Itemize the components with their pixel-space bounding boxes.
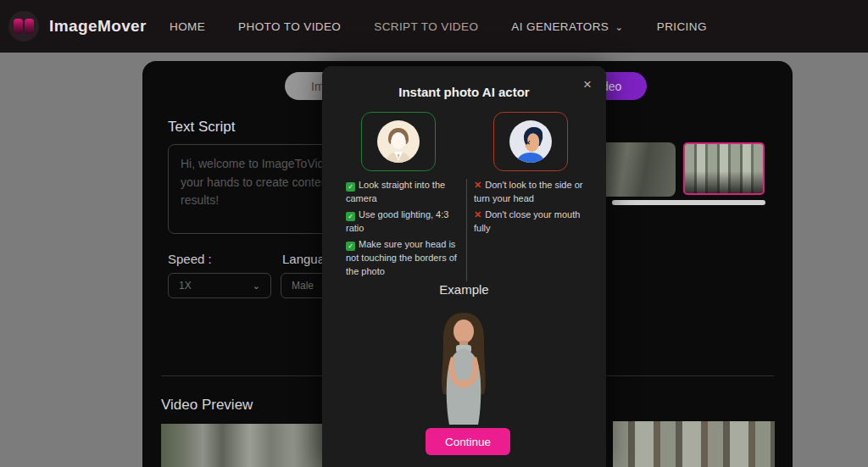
nav-item-script-to-video[interactable]: SCRIPT TO VIDEO [374,20,478,33]
brand-title[interactable]: ImageMover [49,17,147,36]
chevron-down-icon: ⌄ [253,281,260,292]
list-item: ✓Make sure your head is not touching the… [346,238,461,279]
check-icon: ✓ [346,242,355,251]
navbar: ImageMover HOME PHOTO TO VIDEO SCRIPT TO… [0,0,868,53]
dont-text: Don't close your mouth fully [474,209,580,233]
bad-avatar-icon [509,120,552,163]
actor-thumbnail-selected[interactable] [683,142,765,195]
donts-list: ✕Don't look to the side or turn your hea… [474,179,585,281]
vertical-divider [466,179,467,281]
speed-dropdown[interactable]: 1X ⌄ [168,273,271,298]
language-value: Male [292,280,314,292]
nav-item-home[interactable]: HOME [170,20,205,33]
screen: ImageMover HOME PHOTO TO VIDEO SCRIPT TO… [0,0,868,467]
do-text: Make sure your head is not touching the … [346,239,457,276]
text-script-label: Text Script [168,119,235,136]
nav-item-ai-generators[interactable]: AI GENERATORS⌄ [511,20,623,33]
check-icon: ✓ [346,212,355,221]
list-item: ✓Look straight into the camera [346,179,461,206]
chevron-down-icon: ⌄ [615,21,623,33]
instant-photo-ai-actor-modal: Instant photo AI actor × [322,66,606,467]
imagemover-logo-icon[interactable] [8,11,39,42]
nav-links: HOME PHOTO TO VIDEO SCRIPT TO VIDEO AI G… [170,0,707,53]
dos-list: ✓Look straight into the camera ✓Use good… [346,179,466,281]
list-item: ✕Don't look to the side or turn your hea… [474,179,585,206]
close-icon[interactable]: × [579,76,596,93]
speed-label: Speed : [168,252,212,266]
video-preview-image[interactable] [613,421,775,467]
modal-title: Instant photo AI actor [322,85,606,99]
thumbnail-scrollbar[interactable] [612,200,765,205]
example-actor-image [417,306,510,425]
check-icon: ✓ [346,182,355,192]
video-preview-label: Video Preview [161,397,253,414]
dont-text: Don't look to the side or turn your head [474,180,582,203]
list-item: ✓Use good lighting, 4:3 ratio [346,208,461,236]
video-preview-image[interactable] [161,424,322,467]
good-avatar-icon [377,120,420,163]
logo-lens-left [14,19,23,34]
example-cards [322,112,606,171]
logo-lens-right [25,19,34,34]
nav-item-ai-generators-label: AI GENERATORS [511,20,609,33]
list-item: ✕Don't close your mouth fully [474,208,585,236]
do-text: Look straight into the camera [346,180,445,203]
cross-icon: ✕ [474,209,481,220]
example-label: Example [322,282,606,297]
nav-item-photo-to-video[interactable]: PHOTO TO VIDEO [238,20,341,33]
nav-item-pricing[interactable]: PRICING [657,20,707,33]
bad-example-card [493,112,568,171]
continue-button[interactable]: Continue [426,428,510,455]
guidelines: ✓Look straight into the camera ✓Use good… [346,179,585,281]
cross-icon: ✕ [474,180,481,190]
speed-value: 1X [179,280,192,292]
good-example-card [361,112,436,171]
do-text: Use good lighting, 4:3 ratio [346,209,448,233]
